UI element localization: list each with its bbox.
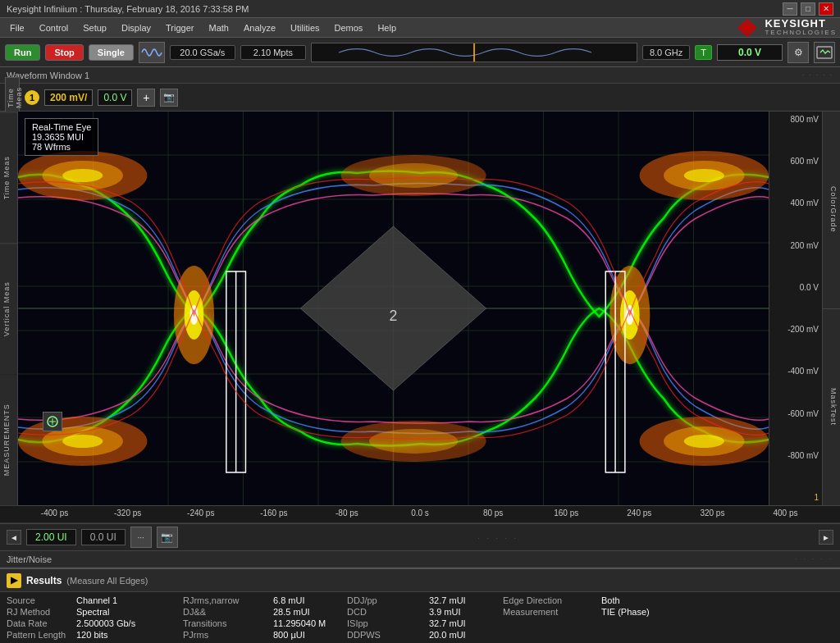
patlen-value: 120 bits <box>76 630 175 640</box>
annotation-line1: Real-Time Eye <box>32 122 91 132</box>
svg-point-35 <box>369 163 458 188</box>
menu-control[interactable]: Control <box>33 21 75 34</box>
measurements-tab[interactable]: MEASUREMENTS <box>0 375 17 505</box>
axis-n600mv: -600 mV <box>773 409 819 418</box>
annotation-line3: 78 Wfrms <box>32 142 91 152</box>
keysight-logo-icon <box>735 19 760 37</box>
panel-title: Results <box>26 575 62 586</box>
datarate-label: Data Rate <box>7 618 76 628</box>
meas-value: TIE (Phase) <box>601 607 716 617</box>
scope-waveform: 2 <box>18 112 769 505</box>
scope-annotation: Real-Time Eye 19.3635 MUI 78 Wfrms <box>25 118 98 156</box>
stop-button[interactable]: Stop <box>45 44 83 61</box>
menu-analyze[interactable]: Analyze <box>237 21 282 34</box>
axis-400mv: 400 mV <box>773 198 819 207</box>
scroll-left-btn[interactable]: ◄ <box>7 530 21 545</box>
axis-n800mv: -800 mV <box>773 451 819 460</box>
dots-icon[interactable]: ··· <box>130 527 152 548</box>
waveform-icon[interactable] <box>139 42 165 63</box>
restore-btn[interactable]: □ <box>801 2 815 16</box>
channel-offset[interactable]: 0.0 V <box>98 89 132 106</box>
time-160: 160 ps <box>530 508 603 520</box>
panel-icon: ▶ <box>7 573 21 588</box>
rjrms-label: RJrms,narrow <box>183 595 273 605</box>
menu-file[interactable]: File <box>3 21 31 34</box>
ddjpp-label: DDJ/pp <box>347 595 429 605</box>
time-n400: -400 ps <box>18 508 91 520</box>
time-240: 240 ps <box>603 508 676 520</box>
colorgrade-tab[interactable]: ColorGrade <box>823 112 840 309</box>
bandwidth-display: 8.0 GHz <box>642 45 690 60</box>
waveform-label: Waveform Window 1 · · · · · <box>0 67 840 84</box>
time-axis: -400 ps -320 ps -240 ps -160 ps -80 ps 0… <box>0 505 840 523</box>
time-320: 320 ps <box>676 508 749 520</box>
channel-number[interactable]: 1 <box>25 90 39 105</box>
scope-tool-icon[interactable] <box>43 412 62 431</box>
toolbar: Run Stop Single 20.0 GSa/s 2.10 Mpts 8.0… <box>0 38 840 67</box>
bottom-panel-header: ▶ Results (Measure All Edges) <box>0 569 840 592</box>
annotation-line2: 19.3635 MUI <box>32 132 91 142</box>
time-n320: -320 ps <box>91 508 164 520</box>
ddpws-label: DDPWS <box>347 630 429 640</box>
dcd-label: DCD <box>347 607 429 617</box>
ui-value1-display[interactable]: 2.00 UI <box>26 529 76 545</box>
add-channel-button[interactable]: + <box>137 89 155 107</box>
vertical-meas-tab[interactable]: Vertical Meas <box>0 243 17 374</box>
single-button[interactable]: Single <box>89 44 134 61</box>
jitter-noise-text: Jitter/Noise <box>7 554 52 564</box>
rjmethod-value: Spectral <box>76 607 175 617</box>
bottom-panel: ▶ Results (Measure All Edges) Source Cha… <box>0 568 840 643</box>
panel-subtitle: (Measure All Edges) <box>66 576 148 586</box>
scope-icon[interactable]: ⚙ <box>788 42 809 63</box>
transitions-value: 11.295040 M <box>273 618 339 628</box>
time-meas-tab-left[interactable]: Time Meas <box>0 112 17 243</box>
menu-display[interactable]: Display <box>115 21 158 34</box>
time-0: 0.0 s <box>383 508 456 520</box>
channel-scale[interactable]: 200 mV/ <box>44 89 93 106</box>
run-button[interactable]: Run <box>5 44 40 61</box>
window-controls: ─ □ ✕ <box>783 2 833 16</box>
keysight-logo: KEYSIGHT TECHNOLOGIES <box>735 18 837 37</box>
voltage-display: 0.0 V <box>717 44 783 61</box>
camera-bottom-icon[interactable]: 📷 <box>157 527 178 548</box>
menu-utilities[interactable]: Utilities <box>284 21 326 34</box>
scroll-right-btn[interactable]: ► <box>819 530 833 545</box>
menu-trigger[interactable]: Trigger <box>159 21 200 34</box>
time-n240: -240 ps <box>164 508 237 520</box>
time-n80: -80 ps <box>310 508 383 520</box>
time-n160: -160 ps <box>237 508 310 520</box>
rjrms-value: 6.8 mUI <box>273 595 339 605</box>
display-icon[interactable] <box>814 42 835 63</box>
dcd-value: 3.9 mUI <box>429 607 495 617</box>
menu-demos[interactable]: Demos <box>328 21 370 34</box>
svg-point-43 <box>369 429 458 454</box>
masktest-tab[interactable]: MaskTest <box>823 309 840 506</box>
menu-help[interactable]: Help <box>371 21 403 34</box>
minimize-btn[interactable]: ─ <box>783 2 797 16</box>
channel-strip: Time Meas 1 200 mV/ 0.0 V + 📷 <box>0 84 840 112</box>
svg-point-33 <box>684 169 724 182</box>
svg-point-38 <box>62 435 103 448</box>
axis-600mv: 600 mV <box>773 157 819 166</box>
meas-label: Measurement <box>503 607 601 617</box>
pjrms-label: PJrms <box>183 630 273 640</box>
menu-math[interactable]: Math <box>202 21 235 34</box>
axis-n400mv: -400 mV <box>773 367 819 376</box>
camera-icon[interactable]: 📷 <box>160 89 178 107</box>
jitter-dots: · · · · · <box>795 555 833 563</box>
results-data: Source Channel 1 RJrms,narrow 6.8 mUI DD… <box>0 592 840 643</box>
close-btn[interactable]: ✕ <box>819 2 833 16</box>
svg-point-30 <box>62 169 103 182</box>
axis-n200mv: -200 mV <box>773 325 819 334</box>
memory-depth-display: 2.10 Mpts <box>240 45 306 60</box>
waveform-dots: · · · · · <box>802 71 833 79</box>
title-text: Keysight Infiniium : Thursday, February … <box>7 4 249 14</box>
ui-value2-display[interactable]: 0.0 UI <box>81 529 126 545</box>
result-row-4: Pattern Length 120 bits PJrms 800 µUI DD… <box>7 630 833 640</box>
svg-point-41 <box>684 435 724 448</box>
menu-setup[interactable]: Setup <box>76 21 113 34</box>
ch2-label: 2 <box>390 308 398 324</box>
axis-200mv: 200 mV <box>773 241 819 250</box>
src-value: Channel 1 <box>76 595 175 605</box>
right-side-tabs: ColorGrade MaskTest <box>822 112 840 505</box>
